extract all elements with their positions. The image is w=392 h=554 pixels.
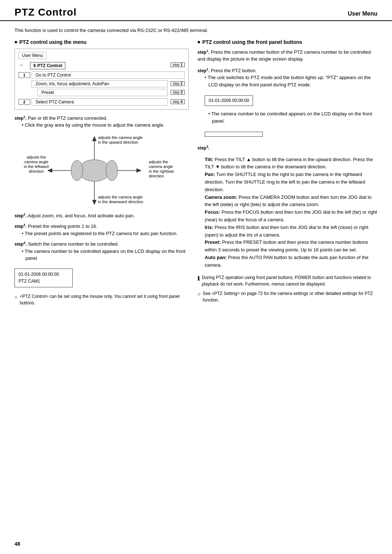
svg-text:adjusts the camera angle: adjusts the camera angle	[98, 135, 143, 140]
intro-text: This function is used to control the cam…	[15, 27, 377, 34]
svg-text:camera angle: camera angle	[149, 164, 173, 169]
ctrl-iris: Iris: Press the IRIS button and then tur…	[205, 224, 377, 239]
svg-text:in the rightward: in the rightward	[149, 169, 174, 173]
step4-label: step4.	[15, 242, 26, 247]
step-tag-3: step 3	[171, 90, 185, 95]
right-step1-main: Press the camera number button of the PT…	[197, 49, 371, 62]
ctrl-autopan-term: Auto pan:	[205, 255, 227, 260]
right-note-info-text: See <PTZ Setting> on page 72 for the cam…	[203, 290, 377, 303]
right-column: PTZ control using the front panel button…	[197, 39, 377, 306]
left-note-text: <PTZ Control> can be set using the mouse…	[20, 293, 189, 306]
svg-marker-3	[92, 200, 97, 205]
svg-text:adjusts the camera angle: adjusts the camera angle	[98, 195, 143, 199]
ctrl-tilt-term: Tilt:	[205, 157, 213, 162]
warning-icon: ℹ	[197, 274, 200, 283]
svg-text:adjusts the: adjusts the	[26, 155, 46, 159]
left-step-2: step2. Adjust zoom, iris, and focus. And…	[15, 212, 189, 219]
right-step-1: step1. Press the camera number button of…	[197, 49, 377, 63]
ctrl-pan: Pan: Turn the SHUTTLE ring to the right …	[205, 171, 377, 193]
right-step2-main: Press the PTZ button.	[211, 68, 257, 73]
right-step1-label: step1.	[197, 50, 209, 55]
main-content: PTZ control using the menu User Menu → 6…	[0, 39, 392, 306]
right-step2b-bullet: The camera number to be controlled appea…	[205, 110, 377, 124]
ctrl-iris-term: Iris:	[205, 225, 213, 230]
step3-bullet: The preset points are registered to the …	[18, 230, 189, 237]
ctrl-pan-text: Turn the SHUTTLE ring to the right to pa…	[205, 172, 365, 192]
left-column: PTZ control using the menu User Menu → 6…	[15, 39, 189, 306]
note-icon-left: ○	[15, 293, 17, 301]
control-descriptions: Tilt: Press the TILT ▲ button to tilt th…	[205, 156, 377, 269]
ctrl-autopan: Auto pan: Press the AUTO PAN button to a…	[205, 254, 377, 269]
step1-bullet: Click the gray area by using the mouse t…	[18, 122, 189, 129]
ctrl-preset-term: Preset:	[205, 239, 221, 245]
user-menu-box: User Menu	[19, 52, 46, 59]
lcd-line2-left: PTZ CAM1	[19, 278, 69, 285]
svg-text:in the upward direction: in the upward direction	[98, 140, 138, 144]
ptz-label: PTZ Control	[37, 63, 62, 68]
step-tag-4: step 4	[171, 99, 185, 104]
left-section-heading: PTZ control using the menu	[15, 39, 189, 45]
lcd-display-right-step2: 01-01-2006 00:00:00	[205, 95, 253, 106]
left-step-1: step1. Pan or tilt the PTZ camera connec…	[15, 115, 189, 129]
ptz-number: 6	[33, 63, 36, 68]
svg-text:direction: direction	[149, 174, 164, 178]
svg-marker-1	[92, 136, 97, 141]
step1-item: Go to PTZ Control	[32, 71, 185, 79]
svg-text:direction: direction	[29, 169, 44, 173]
ctrl-autopan-text: Press the AUTO PAN button to activate th…	[205, 255, 368, 268]
right-note-info: ○ See <PTZ Setting> on page 72 for the c…	[197, 290, 377, 303]
ctrl-focus-term: Focus:	[205, 209, 220, 215]
ctrl-zoom: Camera zoom: Press the CAMERA ZOOM butto…	[205, 194, 377, 209]
right-step-3: step3.	[197, 144, 377, 152]
svg-text:camera angle: camera angle	[24, 160, 49, 164]
page-header: PTZ Control User Menu	[0, 0, 392, 21]
page-subtitle: User Menu	[348, 11, 377, 17]
item-number-1: 1	[19, 72, 30, 78]
info-icon: ○	[197, 290, 200, 298]
right-note-warning-text: During PTZ operation using front panel b…	[202, 274, 377, 287]
lcd-line1-left: 01-01-2006 00:00:00	[19, 271, 69, 278]
ctrl-preset-text: Press the PRESET button and then press t…	[205, 239, 368, 253]
ctrl-tilt: Tilt: Press the TILT ▲ button to tilt th…	[205, 156, 377, 171]
svg-point-10	[106, 160, 118, 181]
svg-marker-5	[47, 168, 52, 173]
step2-item: Zoom, iris, focus adjustment, AutoPan	[32, 80, 168, 87]
svg-text:in the leftward: in the leftward	[24, 164, 49, 169]
right-note-warning: ℹ During PTZ operation using front panel…	[197, 274, 377, 287]
camera-angle-svg: adjusts the camera angle in the upward d…	[15, 132, 174, 209]
lcd-display-right-step2b	[205, 132, 263, 137]
step3-label: step3.	[15, 224, 26, 229]
step2-main: Adjust zoom, iris, and focus. And activa…	[28, 213, 135, 218]
svg-point-9	[71, 160, 83, 181]
svg-text:in the downward direction: in the downward direction	[98, 200, 143, 204]
page-number: 48	[15, 541, 20, 547]
step-tag-2: step 2	[171, 81, 185, 86]
ctrl-tilt-text: Press the TILT ▲ button to tilt the came…	[205, 157, 373, 170]
svg-point-8	[78, 160, 110, 181]
ctrl-focus-text: Press the FOCUS button and then turn the…	[205, 209, 377, 222]
right-step2-label: step2.	[197, 68, 209, 73]
step4-main: Switch the camera number to be controlle…	[28, 241, 119, 247]
svg-marker-7	[136, 168, 142, 173]
camera-angle-diagram: adjusts the camera angle in the upward d…	[15, 132, 189, 209]
ctrl-pan-term: Pan:	[205, 172, 215, 177]
page-title: PTZ Control	[15, 7, 77, 18]
right-step2-bullet: The unit switches to PTZ mode and the bu…	[201, 74, 377, 88]
right-section-heading: PTZ control using the front panel button…	[197, 39, 377, 45]
ctrl-zoom-term: Camera zoom:	[205, 194, 237, 200]
step-tag-1: step 1	[171, 62, 185, 67]
right-step-2b: The camera number to be controlled appea…	[197, 110, 377, 124]
ctrl-preset: Preset: Press the PRESET button and then…	[205, 239, 377, 254]
page: PTZ Control User Menu This function is u…	[0, 0, 392, 554]
lcd-right-step2-line1: 01-01-2006 00:00:00	[209, 97, 249, 104]
svg-text:adjusts the: adjusts the	[149, 160, 168, 164]
step1-main: Pan or tilt the PTZ camera connected.	[28, 115, 107, 121]
left-step-3: step3. Preset the viewing points 1 to 16…	[15, 223, 189, 237]
step3-item: Preset	[37, 89, 168, 96]
step4-item: Select PTZ Camera	[32, 98, 168, 106]
step3-main: Preset the viewing points 1 to 16.	[28, 223, 98, 229]
right-step-2: step2. Press the PTZ button. The unit sw…	[197, 67, 377, 89]
step1-label: step1.	[15, 116, 26, 121]
menu-diagram: User Menu → 6 PTZ Control step 1 1 Go to…	[15, 49, 189, 110]
item-number-2: 2	[19, 99, 30, 105]
